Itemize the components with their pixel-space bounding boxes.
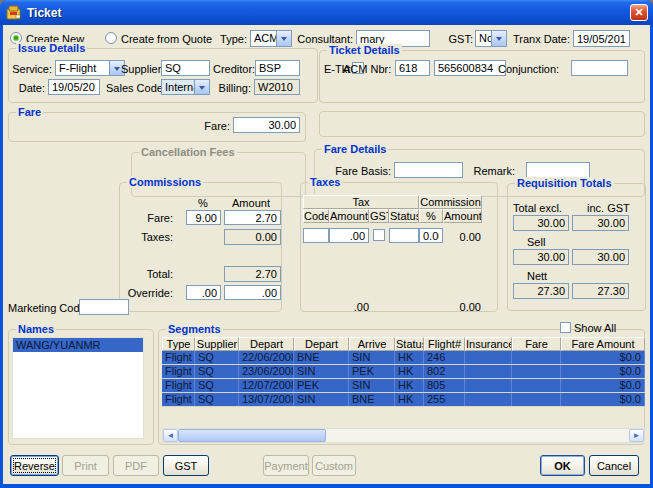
column-header[interactable]: Supplier xyxy=(195,337,239,351)
sell-incl-value: 30.00 xyxy=(572,249,629,265)
type-value: ACM xyxy=(251,31,276,46)
tax-gst-checkbox[interactable] xyxy=(373,229,385,241)
show-all-label: Show All xyxy=(574,322,616,334)
print-button[interactable]: Print xyxy=(62,455,109,476)
tax-col-code[interactable]: Code xyxy=(303,209,329,223)
tax-col-amount[interactable]: Amount xyxy=(329,209,369,223)
conjunction-input[interactable] xyxy=(571,60,628,76)
column-header[interactable]: Fare Basis xyxy=(512,337,561,351)
tranx-date-input[interactable] xyxy=(573,30,630,47)
custom-button[interactable]: Custom xyxy=(312,455,356,476)
commission-span-header[interactable]: Commission xyxy=(419,195,482,209)
override-pct-input[interactable] xyxy=(186,285,221,300)
table-cell: $0.0 xyxy=(561,351,645,364)
ticket-dialog: Ticket ✕ Create New Create from Quote Ty… xyxy=(0,0,653,488)
tax-status-input[interactable] xyxy=(389,228,419,243)
table-cell: SQ xyxy=(195,351,239,364)
creditor-input[interactable] xyxy=(255,60,300,76)
remark-input[interactable] xyxy=(526,162,590,178)
column-header[interactable]: Flight# xyxy=(424,337,465,351)
supplier-input[interactable] xyxy=(161,60,210,76)
create-from-quote-radio[interactable] xyxy=(105,32,117,44)
commissions-fare-label: Fare: xyxy=(131,212,173,224)
chevron-down-icon[interactable] xyxy=(194,80,209,94)
show-all-checkbox[interactable] xyxy=(560,322,571,333)
scrollbar-thumb[interactable] xyxy=(178,429,326,442)
column-header[interactable]: Type xyxy=(162,337,195,351)
inc-gst-header: inc. GST xyxy=(587,202,630,214)
ticket-number-input[interactable] xyxy=(434,60,506,76)
sales-code-value: Internat xyxy=(162,80,194,94)
table-cell: PEK xyxy=(294,379,349,392)
tax-commission-pct-input[interactable] xyxy=(419,228,443,243)
table-row[interactable]: FlightSQ22/06/2008BNESINHK246$0.0 xyxy=(162,351,645,365)
type-label: Type: xyxy=(198,33,247,45)
segments-horizontal-scrollbar[interactable]: ◄ ► xyxy=(162,428,645,443)
tax-col-status[interactable]: Status xyxy=(389,209,419,223)
tax-col-gst[interactable]: GST xyxy=(369,209,389,223)
tax-amount-input[interactable] xyxy=(329,228,369,243)
gst-label: GST: xyxy=(440,33,473,45)
supplier-label: Supplier: xyxy=(121,63,158,75)
close-button[interactable]: ✕ xyxy=(630,4,648,21)
acm-nbr-input[interactable] xyxy=(395,60,430,76)
marketing-code-label: Marketing Code: xyxy=(8,302,89,314)
table-cell xyxy=(512,393,561,406)
commission-fare-amount-input[interactable] xyxy=(224,210,281,225)
table-cell: 246 xyxy=(424,351,465,364)
tax-col-pct[interactable]: % xyxy=(419,209,443,223)
list-item[interactable]: WANG/YUANMR xyxy=(13,338,143,352)
table-cell: HK xyxy=(395,393,424,406)
table-cell xyxy=(465,365,512,378)
table-cell xyxy=(512,379,561,392)
conjunction-label: Conjunction: xyxy=(498,63,555,75)
tax-span-header[interactable]: Tax xyxy=(303,195,419,209)
table-row[interactable]: FlightSQ13/07/2008SINBNEHK255$0.0 xyxy=(162,393,645,407)
commissions-pct-header: % xyxy=(183,197,223,209)
column-header[interactable]: Insurance xyxy=(465,337,512,351)
payment-button[interactable]: Payment xyxy=(263,455,309,476)
column-header[interactable]: Arrive City xyxy=(349,337,395,351)
column-header[interactable]: Depart City xyxy=(294,337,349,351)
sales-code-dropdown[interactable]: Internat xyxy=(161,79,210,95)
column-header[interactable]: Status xyxy=(395,337,424,351)
commissions-taxes-label: Taxes: xyxy=(131,231,173,243)
table-cell: HK xyxy=(395,379,424,392)
fare-basis-input[interactable] xyxy=(394,162,463,178)
titlebar[interactable]: Ticket ✕ xyxy=(0,0,653,25)
date-input[interactable] xyxy=(48,79,100,95)
total-excl-value: 30.00 xyxy=(513,215,569,231)
fare-input[interactable] xyxy=(233,117,300,133)
segments-header-row: TypeSupplierDepart DateDepart CityArrive… xyxy=(162,337,645,351)
override-amount-input[interactable] xyxy=(224,285,281,300)
table-cell: 13/07/2008 xyxy=(239,393,294,406)
tax-col-camount[interactable]: Amount xyxy=(443,209,482,223)
table-cell: 805 xyxy=(424,379,465,392)
marketing-code-input[interactable] xyxy=(79,299,129,315)
table-cell xyxy=(465,351,512,364)
tax-code-input[interactable] xyxy=(303,228,329,243)
fare-title: Fare xyxy=(16,106,43,118)
date-label: Date: xyxy=(11,82,45,94)
column-header[interactable]: Depart Date xyxy=(239,337,294,351)
scroll-right-icon[interactable]: ► xyxy=(629,429,644,442)
scroll-left-icon[interactable]: ◄ xyxy=(163,429,178,442)
cancel-button[interactable]: Cancel xyxy=(589,455,639,476)
pdf-button[interactable]: PDF xyxy=(113,455,159,476)
fare-label: Fare: xyxy=(188,120,230,132)
empty-group xyxy=(319,111,645,137)
table-row[interactable]: FlightSQ12/07/2008PEKSINHK805$0.0 xyxy=(162,379,645,393)
commission-fare-pct-input[interactable] xyxy=(186,210,221,225)
service-dropdown[interactable]: F-Flight xyxy=(55,60,125,76)
billing-value: W2010 xyxy=(254,79,300,95)
table-cell xyxy=(512,365,561,378)
sales-code-label: Sales Code: xyxy=(106,82,158,94)
segments-title: Segments xyxy=(166,323,223,335)
ok-button[interactable]: OK xyxy=(540,455,585,476)
gst-button[interactable]: GST xyxy=(163,455,209,476)
column-header[interactable]: Fare Amount xyxy=(561,337,645,351)
table-row[interactable]: FlightSQ23/06/2008SINPEKHK802$0.0 xyxy=(162,365,645,379)
names-list[interactable]: WANG/YUANMR xyxy=(12,337,144,439)
reverse-button[interactable]: Reverse xyxy=(10,455,59,476)
table-cell: BNE xyxy=(349,393,395,406)
